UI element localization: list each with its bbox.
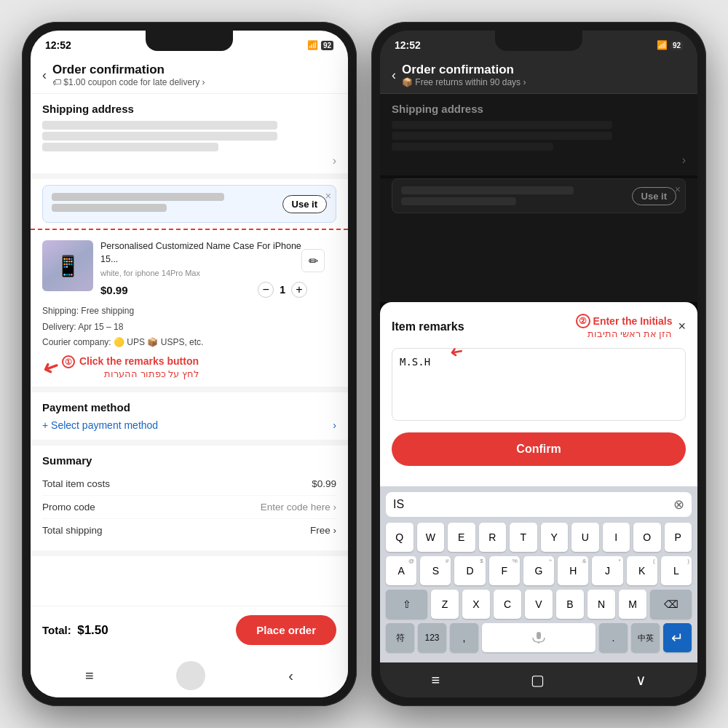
product-price: $0.99 bbox=[100, 284, 128, 296]
key-F[interactable]: F% bbox=[489, 556, 520, 585]
address-line-2 bbox=[42, 132, 277, 141]
right-phone: 12:52 ··· 📶 92 ‹ Order confirmation 📦 Fr… bbox=[371, 22, 706, 706]
place-order-button[interactable]: Place order bbox=[236, 615, 336, 645]
key-backspace[interactable]: ⌫ bbox=[650, 590, 692, 619]
remarks-header: Item remarks ② Enter the Initials הזן את… bbox=[392, 314, 686, 339]
address-line-3 bbox=[42, 143, 218, 151]
key-P[interactable]: P bbox=[665, 523, 692, 552]
qty-number: 1 bbox=[280, 284, 285, 296]
summary-row-promo[interactable]: Promo code Enter code here › bbox=[42, 496, 336, 519]
key-S[interactable]: S# bbox=[420, 556, 451, 585]
key-W[interactable]: W bbox=[417, 523, 445, 552]
svg-rect-0 bbox=[537, 632, 541, 639]
wifi-icon-left: 📶 bbox=[307, 40, 318, 50]
key-shift[interactable]: ⇧ bbox=[386, 590, 427, 619]
remarks-arrow: ➜ bbox=[448, 341, 464, 363]
annotation-en: Enter the Initials bbox=[593, 315, 673, 327]
key-zh-en[interactable]: 中英 bbox=[631, 623, 660, 652]
remarks-close-btn[interactable]: × bbox=[678, 319, 686, 334]
modal-overlay: Item remarks ② Enter the Initials הזן את… bbox=[380, 302, 697, 662]
page-title-left: Order confirmation bbox=[52, 63, 336, 77]
key-M[interactable]: M bbox=[619, 590, 646, 619]
key-123[interactable]: 123 bbox=[418, 623, 446, 652]
key-X[interactable]: X bbox=[462, 590, 490, 619]
payment-link[interactable]: + Select payment method › bbox=[42, 419, 336, 431]
address-line-1 bbox=[42, 121, 277, 130]
footer-left: Total: $1.50 Place order bbox=[31, 606, 348, 654]
qty-minus-btn[interactable]: − bbox=[258, 282, 274, 298]
nav-back-left[interactable]: ‹ bbox=[277, 665, 305, 687]
product-name: Personalised Customized Name Case For iP… bbox=[100, 240, 307, 266]
item-costs-label: Total item costs bbox=[42, 478, 110, 489]
total-label: Total: bbox=[42, 624, 71, 636]
summary-section: Summary Total item costs $0.99 Promo cod… bbox=[31, 446, 348, 556]
nav-menu-left[interactable]: ≡ bbox=[74, 665, 106, 687]
key-U[interactable]: U bbox=[571, 523, 599, 552]
product-image: 📱 bbox=[42, 240, 93, 291]
payment-chevron: › bbox=[333, 419, 336, 431]
instruction-en: Click the remarks button bbox=[79, 355, 199, 367]
key-enter[interactable]: ↵ bbox=[663, 623, 692, 652]
annotation-row: ② Enter the Initials bbox=[576, 314, 673, 328]
key-L[interactable]: L) bbox=[661, 556, 692, 585]
product-variant: white, for iphone 14Pro Max bbox=[100, 269, 307, 277]
page-title-right: Order confirmation bbox=[402, 63, 686, 77]
qty-control: − 1 + bbox=[258, 282, 307, 298]
key-period[interactable]: . bbox=[599, 623, 628, 652]
courier-info: Courier company: 🟡 UPS 📦 USPS, etc. bbox=[42, 335, 336, 351]
page-subtitle-right[interactable]: 📦 Free returns within 90 days › bbox=[402, 77, 686, 87]
key-C[interactable]: C bbox=[494, 590, 521, 619]
product-info: Personalised Customized Name Case For iP… bbox=[100, 240, 307, 298]
promo-value[interactable]: Enter code here › bbox=[261, 502, 336, 513]
keyboard-clear-btn[interactable]: ⊗ bbox=[673, 496, 684, 513]
key-Q[interactable]: Q bbox=[386, 523, 414, 552]
remarks-textarea[interactable]: <span data-bind="right_phone.remarks_mod… bbox=[392, 348, 686, 421]
key-fu[interactable]: 符 bbox=[386, 623, 414, 652]
coupon-blur-1 bbox=[52, 193, 224, 201]
summary-row-shipping[interactable]: Total shipping Free › bbox=[42, 519, 336, 542]
key-E[interactable]: E bbox=[448, 523, 475, 552]
instruction-he: לחץ על כפתור ההערות bbox=[62, 368, 199, 379]
key-A[interactable]: A@ bbox=[386, 556, 416, 585]
dashed-separator bbox=[31, 229, 348, 230]
key-T[interactable]: T bbox=[510, 523, 537, 552]
confirm-button[interactable]: Confirm bbox=[392, 432, 686, 466]
keyboard-row-4: 符 123 , . 中英 ↵ bbox=[386, 623, 692, 652]
key-N[interactable]: N bbox=[587, 590, 615, 619]
keyboard: IS ⊗ Q W E R T Y U I bbox=[380, 486, 697, 662]
remarks-button-left[interactable]: ✏ bbox=[301, 249, 325, 272]
key-Z[interactable]: Z bbox=[431, 590, 459, 619]
key-R[interactable]: R bbox=[479, 523, 507, 552]
nav-home-left[interactable] bbox=[176, 661, 205, 690]
coupon-text bbox=[52, 193, 282, 215]
annotation-he: הזן את ראשי התיבות bbox=[587, 328, 673, 339]
back-button-right[interactable]: ‹ bbox=[392, 68, 396, 83]
key-I[interactable]: I bbox=[603, 523, 630, 552]
key-O[interactable]: O bbox=[633, 523, 661, 552]
nav-chevron-right[interactable]: ∨ bbox=[624, 668, 658, 692]
nav-menu-right[interactable]: ≡ bbox=[419, 669, 451, 692]
icons-right: 📶 92 bbox=[657, 40, 683, 50]
payment-link-text[interactable]: + Select payment method bbox=[42, 419, 158, 431]
shipping-label: Shipping: Free shipping bbox=[42, 304, 336, 320]
nav-square-right[interactable]: ▢ bbox=[519, 668, 556, 692]
key-Y[interactable]: Y bbox=[541, 523, 569, 552]
product-img-inner: 📱 bbox=[42, 240, 93, 291]
use-it-button-left[interactable]: Use it bbox=[282, 195, 327, 213]
key-B[interactable]: B bbox=[556, 590, 584, 619]
back-button-left[interactable]: ‹ bbox=[42, 68, 47, 83]
key-K[interactable]: K( bbox=[627, 556, 657, 585]
key-V[interactable]: V bbox=[525, 590, 553, 619]
key-J[interactable]: J* bbox=[592, 556, 622, 585]
key-G[interactable]: G^ bbox=[523, 556, 554, 585]
address-chevron[interactable]: › bbox=[42, 154, 336, 167]
key-D[interactable]: D$ bbox=[454, 556, 485, 585]
coupon-close-left[interactable]: × bbox=[325, 190, 331, 202]
key-H[interactable]: H& bbox=[558, 556, 588, 585]
page-subtitle-left[interactable]: 🏷 $1.00 coupon code for late delivery › bbox=[52, 77, 336, 87]
key-comma[interactable]: , bbox=[450, 623, 478, 652]
qty-plus-btn[interactable]: + bbox=[291, 282, 307, 298]
shipping-value[interactable]: Free › bbox=[310, 525, 336, 536]
content-left: Shipping address › Use it × bbox=[31, 94, 348, 606]
key-space[interactable] bbox=[482, 623, 596, 652]
